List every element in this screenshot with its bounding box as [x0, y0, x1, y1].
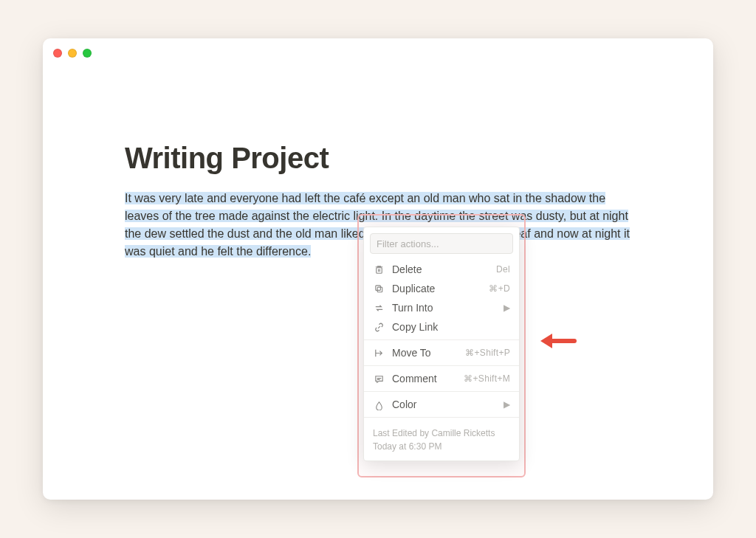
menu-item-label: Turn Into — [392, 302, 496, 314]
menu-divider — [364, 417, 519, 418]
trash-icon — [373, 263, 385, 275]
menu-item-copy-link[interactable]: Copy Link — [364, 317, 519, 337]
block-context-menu: Delete Del Duplicate ⌘+D Turn Into ▶ — [363, 227, 520, 461]
menu-item-comment[interactable]: Comment ⌘+Shift+M — [364, 369, 519, 388]
menu-item-delete[interactable]: Delete Del — [364, 260, 519, 279]
menu-item-duplicate[interactable]: Duplicate ⌘+D — [364, 279, 519, 298]
svg-rect-1 — [377, 287, 382, 292]
window-controls — [53, 49, 92, 58]
menu-item-turn-into[interactable]: Turn Into ▶ — [364, 298, 519, 317]
menu-item-color[interactable]: Color ▶ — [364, 395, 519, 414]
last-edited-by: Last Edited by Camille Ricketts — [373, 427, 510, 440]
menu-item-label: Delete — [392, 263, 489, 275]
close-window-button[interactable] — [53, 49, 62, 58]
page-title[interactable]: Writing Project — [125, 142, 631, 175]
menu-item-shortcut: ⌘+D — [489, 283, 510, 294]
menu-item-label: Comment — [392, 373, 456, 384]
menu-divider — [364, 339, 519, 340]
maximize-window-button[interactable] — [83, 49, 92, 58]
menu-item-label: Move To — [392, 347, 458, 359]
menu-divider — [364, 391, 519, 392]
svg-rect-0 — [376, 267, 382, 273]
menu-divider — [364, 365, 519, 366]
duplicate-icon — [373, 283, 385, 294]
menu-item-label: Duplicate — [392, 283, 481, 294]
minimize-window-button[interactable] — [68, 49, 77, 58]
last-edited-time: Today at 6:30 PM — [373, 440, 510, 453]
menu-item-label: Color — [392, 399, 496, 410]
menu-item-shortcut: Del — [496, 264, 510, 275]
filter-actions-input[interactable] — [370, 233, 513, 254]
turn-into-icon — [373, 302, 385, 314]
move-to-icon — [373, 347, 385, 359]
annotation-arrow-icon — [536, 326, 579, 356]
chevron-right-icon: ▶ — [504, 399, 510, 410]
menu-item-move-to[interactable]: Move To ⌘+Shift+P — [364, 343, 519, 362]
comment-icon — [373, 373, 385, 384]
menu-item-shortcut: ⌘+Shift+P — [465, 348, 510, 358]
menu-item-shortcut: ⌘+Shift+M — [464, 373, 510, 384]
app-window: Writing Project It was very late and eve… — [43, 38, 713, 500]
menu-footer: Last Edited by Camille Ricketts Today at… — [364, 421, 519, 461]
chevron-right-icon: ▶ — [504, 303, 510, 313]
color-icon — [373, 399, 385, 410]
svg-rect-2 — [375, 285, 380, 290]
link-icon — [373, 321, 385, 333]
menu-item-label: Copy Link — [392, 321, 510, 333]
